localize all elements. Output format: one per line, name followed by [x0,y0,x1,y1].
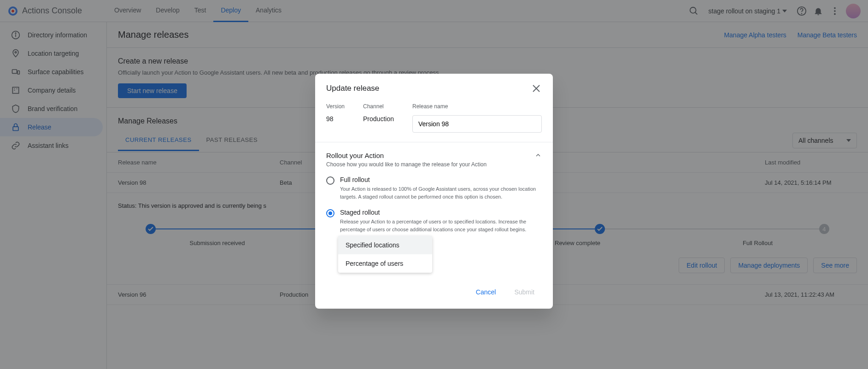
staged-rollout-desc: Release your Action to a percentage of u… [340,218,542,233]
rollout-section-header[interactable]: Rollout your Action Choose how you would… [326,152,542,168]
rollout-desc: Choose how you would like to manage the … [326,161,487,168]
channel-value: Production [363,115,394,123]
release-name-label: Release name [412,103,542,110]
radio-icon [326,176,334,185]
dialog-scrim[interactable]: Update release Version 98 Channel Produc… [0,0,868,369]
submit-button: Submit [507,285,542,299]
update-release-dialog: Update release Version 98 Channel Produc… [315,74,553,309]
chevron-up-icon [534,152,542,159]
staged-rollout-option[interactable]: Staged rollout Release your Action to a … [326,209,542,233]
radio-icon [326,209,334,217]
dialog-title: Update release [326,84,379,93]
full-rollout-title: Full rollout [340,176,542,183]
version-label: Version [326,103,345,110]
dropdown-item-percentage-users[interactable]: Percentage of users [338,254,432,273]
dropdown-item-specified-locations[interactable]: Specified locations [338,236,432,254]
full-rollout-desc: Your Action is released to 100% of Googl… [340,185,542,200]
cancel-button[interactable]: Cancel [469,285,504,299]
close-icon[interactable] [531,83,542,94]
channel-label: Channel [363,103,394,110]
release-name-input[interactable] [412,115,542,133]
rollout-title: Rollout your Action [326,152,487,159]
staged-rollout-title: Staged rollout [340,209,542,216]
full-rollout-option[interactable]: Full rollout Your Action is released to … [326,176,542,200]
version-value: 98 [326,115,345,123]
staged-rollout-dropdown: Specified locations Percentage of users [338,236,432,273]
